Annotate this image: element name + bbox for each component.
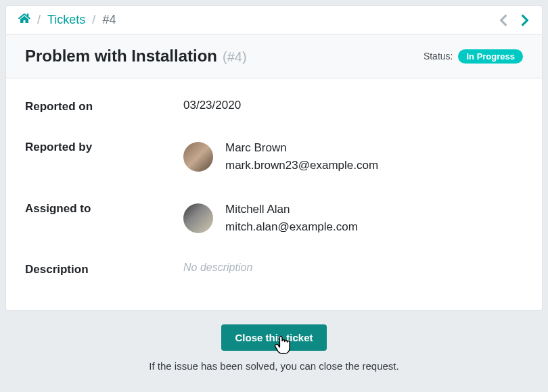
breadcrumb: / Tickets / #4: [18, 13, 116, 27]
breadcrumb-tickets[interactable]: Tickets: [47, 13, 85, 27]
description-label: Description: [25, 262, 183, 276]
assigned-to-email: mitch.alan@example.com: [225, 218, 358, 236]
reported-by-name: Marc Brown: [225, 139, 378, 157]
reported-on-label: Reported on: [25, 99, 183, 114]
breadcrumb-sep: /: [92, 13, 95, 27]
home-icon[interactable]: [18, 13, 30, 27]
breadcrumb-current: #4: [102, 13, 116, 27]
page-title-number: (#4): [223, 49, 247, 65]
avatar: [183, 142, 213, 172]
breadcrumb-sep: /: [37, 13, 41, 27]
description-value: No description: [183, 262, 252, 274]
close-help-text: If the issue has been solved, you can cl…: [5, 360, 543, 372]
assigned-to-name: Mitchell Alan: [225, 201, 358, 218]
reported-by-label: Reported by: [25, 139, 183, 154]
assigned-to-label: Assigned to: [25, 201, 183, 216]
page-title: Problem with Installation: [25, 47, 217, 66]
status-label: Status:: [424, 51, 453, 62]
reported-on-value: 03/23/2020: [183, 99, 241, 112]
next-ticket-icon[interactable]: [520, 14, 530, 27]
close-ticket-button[interactable]: Close this ticket: [221, 324, 326, 351]
status-badge: In Progress: [458, 49, 523, 64]
avatar: [183, 203, 213, 233]
prev-ticket-icon[interactable]: [499, 14, 508, 27]
reported-by-email: mark.brown23@example.com: [225, 157, 378, 174]
